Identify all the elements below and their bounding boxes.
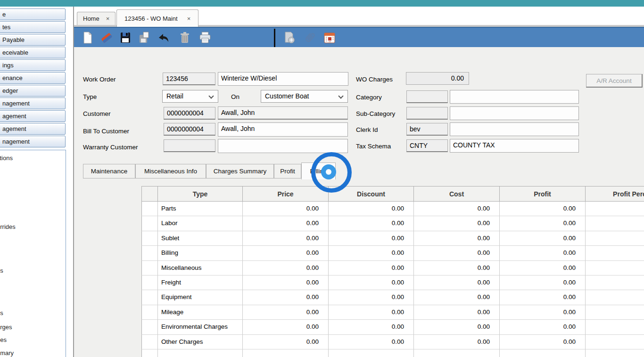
cell-profit[interactable]: 0.00 bbox=[500, 202, 586, 216]
sidebar-item-1[interactable]: tes bbox=[0, 21, 66, 33]
cell-price[interactable]: 0.00 bbox=[243, 290, 329, 305]
tab-profit[interactable]: Profit bbox=[274, 164, 301, 178]
cell-cost[interactable] bbox=[414, 349, 500, 357]
customer-id-input[interactable]: 0000000004 bbox=[164, 107, 215, 120]
cell-cost[interactable]: 0.00 bbox=[414, 335, 500, 349]
cell-discount[interactable]: 0.00 bbox=[329, 202, 414, 216]
type-select[interactable]: Retail bbox=[162, 90, 218, 103]
cell-type[interactable]: Miscellaneous bbox=[158, 261, 243, 276]
cell-profit-perc[interactable] bbox=[586, 216, 644, 231]
tab-home[interactable]: Home × bbox=[77, 12, 116, 25]
tab-wo-maint[interactable]: 123456 - WO Maint × bbox=[116, 9, 198, 27]
save-copy-icon[interactable] bbox=[138, 31, 150, 44]
sidebar-item-receivable[interactable]: eceivable bbox=[0, 47, 66, 58]
sidebar-item-7[interactable]: nagement bbox=[0, 97, 66, 109]
cell-profit[interactable]: 0.00 bbox=[500, 305, 586, 320]
sidebar-item-9[interactable]: agement bbox=[0, 123, 66, 135]
ar-account-button[interactable]: A/R Account bbox=[586, 74, 643, 88]
table-row[interactable]: Freight0.000.000.000.00 bbox=[141, 276, 644, 290]
sidebar-item-payable[interactable]: Payable bbox=[0, 34, 66, 46]
cell-cost[interactable]: 0.00 bbox=[414, 202, 500, 216]
bill-to-id-input[interactable]: 0000000004 bbox=[164, 123, 215, 136]
cell-discount[interactable]: 0.00 bbox=[329, 246, 414, 260]
cell-profit[interactable]: 0.00 bbox=[500, 261, 586, 276]
cell-profit[interactable]: 0.00 bbox=[500, 276, 586, 290]
cell-price[interactable]: 0.00 bbox=[243, 305, 329, 320]
sidebar-link-charges[interactable]: arges bbox=[0, 324, 12, 331]
save-icon[interactable] bbox=[119, 31, 132, 44]
sidebar-item-maintenance[interactable]: enance bbox=[0, 72, 66, 84]
on-select[interactable]: Customer Boat bbox=[261, 90, 348, 103]
cell-discount[interactable]: 0.00 bbox=[329, 261, 414, 276]
clerk-id-input[interactable]: bev bbox=[406, 123, 448, 136]
cell-profit[interactable] bbox=[500, 349, 586, 357]
cell-type[interactable]: Mileage bbox=[158, 305, 243, 320]
cell-type[interactable]: Freight bbox=[158, 276, 243, 290]
cell-profit-perc[interactable] bbox=[586, 290, 644, 305]
delete-icon[interactable] bbox=[179, 31, 191, 44]
schedule-icon[interactable] bbox=[323, 31, 335, 44]
cell-price[interactable]: 0.00 bbox=[243, 202, 329, 216]
cell-profit[interactable]: 0.00 bbox=[500, 335, 586, 349]
sidebar-link-9[interactable]: ges bbox=[0, 336, 7, 343]
cell-type[interactable]: Other Charges bbox=[158, 335, 243, 349]
sidebar-item-10[interactable]: nagement bbox=[0, 136, 66, 147]
tab-billing[interactable]: Billing bbox=[301, 162, 336, 179]
cell-discount[interactable]: 0.00 bbox=[329, 216, 414, 231]
cell-profit-perc[interactable] bbox=[586, 261, 644, 276]
cell-profit[interactable]: 0.00 bbox=[500, 231, 586, 246]
cell-discount[interactable]: 0.00 bbox=[329, 335, 414, 349]
cell-type[interactable]: Parts bbox=[158, 202, 243, 216]
cell-profit-perc[interactable] bbox=[586, 335, 644, 349]
table-row[interactable]: Parts0.000.000.000.00 bbox=[141, 202, 644, 216]
cell-profit[interactable]: 0.00 bbox=[500, 216, 586, 231]
cell-price[interactable]: 0.00 bbox=[243, 261, 329, 276]
cell-type[interactable]: Environmental Charges bbox=[158, 320, 243, 334]
cell-profit[interactable]: 0.00 bbox=[500, 246, 586, 260]
table-row[interactable]: Sublet0.000.000.000.00 bbox=[141, 231, 644, 246]
cell-profit-perc[interactable] bbox=[586, 305, 644, 320]
cell-type[interactable]: Equipment bbox=[158, 290, 243, 305]
cell-discount[interactable]: 0.00 bbox=[329, 231, 414, 246]
eraser-icon[interactable] bbox=[100, 31, 113, 44]
tab-charges-summary[interactable]: Charges Summary bbox=[206, 164, 274, 178]
cell-profit-perc[interactable] bbox=[586, 276, 644, 290]
cell-price[interactable] bbox=[243, 349, 329, 357]
category-code-input[interactable] bbox=[406, 90, 448, 103]
table-row[interactable]: Labor0.000.000.000.00 bbox=[141, 216, 644, 231]
sidebar-item-0[interactable]: e bbox=[0, 8, 66, 20]
tab-miscellaneous-info[interactable]: Miscellaneous Info bbox=[135, 164, 206, 178]
cell-price[interactable]: 0.00 bbox=[243, 246, 329, 260]
cell-type[interactable]: Labor bbox=[158, 216, 243, 231]
cell-cost[interactable]: 0.00 bbox=[414, 305, 500, 320]
sidebar-link-5[interactable]: es bbox=[0, 267, 3, 274]
cell-discount[interactable]: 0.00 bbox=[329, 290, 414, 305]
table-row[interactable]: Equipment0.000.000.000.00 bbox=[141, 290, 644, 305]
cell-profit-perc[interactable] bbox=[586, 246, 644, 260]
cell-cost[interactable]: 0.00 bbox=[414, 246, 500, 260]
cell-price[interactable]: 0.00 bbox=[243, 320, 329, 334]
tab-home-close-icon[interactable]: × bbox=[106, 15, 110, 22]
table-row[interactable]: Other Charges0.000.000.000.00 bbox=[141, 335, 644, 349]
cell-discount[interactable]: 0.00 bbox=[329, 305, 414, 320]
warranty-id-input[interactable] bbox=[164, 139, 215, 152]
sidebar-link-7[interactable]: es bbox=[0, 309, 3, 316]
cell-discount[interactable] bbox=[329, 349, 414, 357]
cell-price[interactable]: 0.00 bbox=[243, 216, 329, 231]
work-order-description-input[interactable]: Winterize W/Diesel bbox=[218, 72, 348, 86]
table-row[interactable]: Miscellaneous0.000.000.000.00 bbox=[141, 261, 644, 276]
cell-profit[interactable]: 0.00 bbox=[500, 290, 586, 305]
tax-schema-code-input[interactable]: CNTY bbox=[406, 139, 448, 152]
cell-profit-perc[interactable] bbox=[586, 202, 644, 216]
cell-type[interactable]: Sublet bbox=[158, 231, 243, 246]
cell-cost[interactable]: 0.00 bbox=[414, 276, 500, 290]
table-row[interactable]: Billing0.000.000.000.00 bbox=[141, 246, 644, 260]
cell-type[interactable] bbox=[158, 349, 243, 357]
cell-type[interactable]: Billing bbox=[158, 246, 243, 260]
cell-discount[interactable]: 0.00 bbox=[329, 276, 414, 290]
cell-cost[interactable]: 0.00 bbox=[414, 231, 500, 246]
cell-price[interactable]: 0.00 bbox=[243, 276, 329, 290]
sidebar-item-8[interactable]: agement bbox=[0, 110, 66, 122]
cell-profit-perc[interactable] bbox=[586, 320, 644, 334]
sidebar-item-4[interactable]: ings bbox=[0, 59, 66, 71]
